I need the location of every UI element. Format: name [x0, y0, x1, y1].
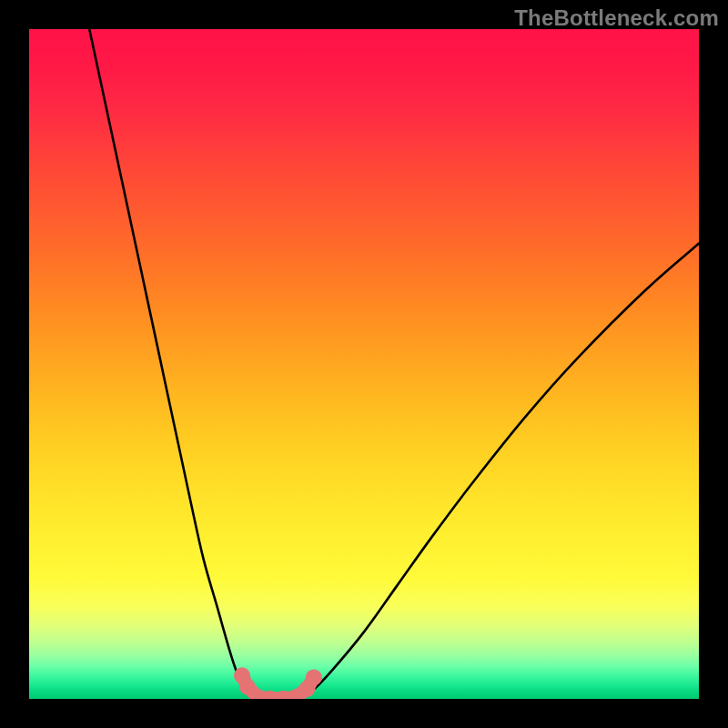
curve-layer — [29, 29, 699, 699]
frame: TheBottleneck.com — [0, 0, 728, 728]
bottleneck-curve — [89, 29, 699, 699]
attribution-text: TheBottleneck.com — [514, 5, 719, 31]
marker-dot — [306, 669, 322, 685]
plot-area — [29, 29, 699, 699]
